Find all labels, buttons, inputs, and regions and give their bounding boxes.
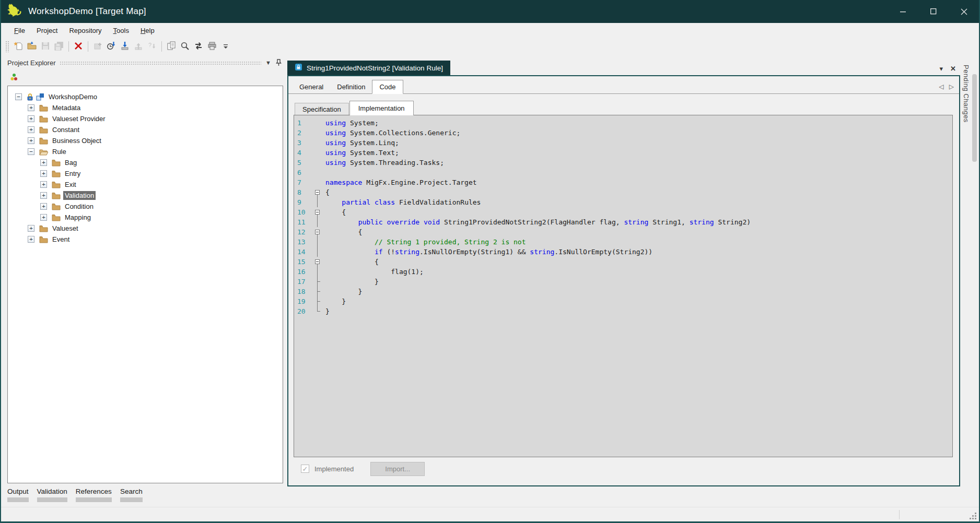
menu-item-file[interactable]: File	[8, 25, 31, 37]
fold-margin	[313, 296, 322, 306]
tab-definition[interactable]: Definition	[330, 81, 372, 93]
pending-changes-tab[interactable]: Pending Changes	[962, 65, 970, 123]
menu-item-tools[interactable]: Tools	[108, 25, 135, 37]
expand-icon[interactable]: +	[28, 104, 34, 111]
menu-item-repository[interactable]: Repository	[63, 25, 107, 37]
tree-item-business-object[interactable]: +Business Object	[8, 135, 283, 146]
code-text: {	[322, 257, 379, 267]
fold-margin	[313, 287, 322, 296]
expand-icon[interactable]: +	[28, 225, 34, 232]
close-button[interactable]	[949, 0, 979, 23]
tree-item-bag[interactable]: +Bag	[8, 157, 283, 168]
bottom-tab-validation[interactable]: Validation	[37, 488, 67, 502]
pin-icon[interactable]	[275, 59, 282, 66]
fold-collapse-icon[interactable]	[313, 187, 322, 197]
expand-icon[interactable]: +	[40, 203, 47, 210]
bottom-tab-search[interactable]: Search	[120, 488, 143, 502]
toolbar-grip[interactable]	[5, 41, 9, 52]
menu-item-project[interactable]: Project	[31, 25, 63, 37]
expand-icon[interactable]: +	[28, 137, 34, 144]
fold-margin	[313, 148, 322, 158]
compare-button[interactable]	[192, 40, 205, 53]
line-number: 12	[294, 227, 313, 237]
search-button[interactable]	[178, 40, 192, 53]
expand-icon[interactable]: +	[40, 159, 47, 166]
code-tab-page: SpecificationImplementation 1using Syste…	[288, 94, 959, 485]
report-icon	[167, 41, 176, 52]
expand-icon[interactable]: +	[28, 126, 34, 133]
tree-item-valueset-provider[interactable]: +Valueset Provider	[8, 113, 283, 124]
fold-margin	[313, 306, 322, 316]
collapse-icon[interactable]: −	[28, 148, 34, 155]
resize-grip[interactable]	[969, 512, 976, 519]
tree-item-valueset[interactable]: +Valueset	[8, 223, 283, 234]
delete-button[interactable]	[72, 40, 85, 53]
tab-code[interactable]: Code	[372, 80, 403, 94]
code-line: 8{	[294, 187, 952, 197]
publish-button[interactable]	[205, 40, 219, 53]
maximize-button[interactable]	[918, 0, 949, 23]
tree-item-condition[interactable]: +Condition	[8, 201, 283, 212]
tree-item-metadata[interactable]: +Metadata	[8, 102, 283, 113]
tree-item-rule[interactable]: −Rule	[8, 146, 283, 157]
doc-list-dropdown-icon[interactable]: ▾	[940, 65, 943, 72]
tab-scroll-right-icon[interactable]: ▷	[949, 83, 954, 90]
get-latest-button[interactable]	[118, 40, 132, 53]
panel-grip[interactable]	[60, 61, 261, 65]
code-line: 4using System.Text;	[294, 148, 952, 158]
new-item-button[interactable]	[11, 40, 25, 53]
document-tab[interactable]: String1ProvidedNotString2 [Validation Ru…	[287, 61, 450, 75]
expand-icon[interactable]: +	[40, 192, 47, 199]
vertical-scrollbar-thumb[interactable]	[972, 74, 977, 162]
report-button[interactable]	[165, 40, 178, 53]
line-number: 19	[294, 296, 313, 306]
tree-item-mapping[interactable]: +Mapping	[8, 212, 283, 223]
tree-item-entry[interactable]: +Entry	[8, 168, 283, 179]
code-text: {	[322, 187, 330, 197]
expand-icon[interactable]: +	[40, 170, 47, 177]
publish-icon	[207, 41, 217, 52]
folder-icon	[52, 159, 61, 167]
expand-icon[interactable]: +	[40, 181, 47, 188]
code-editor[interactable]: 1using System;2using System.Collections.…	[294, 115, 953, 457]
tab-scroll-left-icon[interactable]: ◁	[939, 83, 944, 90]
history-get-button[interactable]	[104, 40, 118, 53]
bottom-tab-references[interactable]: References	[76, 488, 112, 502]
subtab-specification[interactable]: Specification	[295, 103, 349, 115]
fold-margin	[313, 267, 322, 277]
fold-collapse-icon[interactable]	[313, 257, 322, 267]
tree-item-workshopdemo[interactable]: −WorkshopDemo	[8, 91, 283, 102]
collapse-icon[interactable]: −	[15, 93, 22, 100]
tree-item-event[interactable]: +Event	[8, 234, 283, 245]
search-icon	[180, 41, 190, 52]
line-number: 13	[294, 237, 313, 247]
panel-menu-icon[interactable]: ▼	[265, 60, 271, 66]
subtab-implementation[interactable]: Implementation	[349, 101, 414, 115]
fold-collapse-icon[interactable]	[313, 207, 322, 217]
tree-item-constant[interactable]: +Constant	[8, 124, 283, 135]
tab-general[interactable]: General	[293, 81, 330, 93]
save-button	[39, 40, 52, 53]
tree-item-label: Event	[51, 235, 71, 244]
bottom-tab-output[interactable]: Output	[7, 488, 29, 502]
tree-item-exit[interactable]: +Exit	[8, 179, 283, 190]
svg-text:?: ?	[148, 42, 151, 48]
fold-collapse-icon[interactable]	[313, 227, 322, 237]
folder-icon	[52, 181, 61, 188]
status-dots-icon[interactable]	[7, 70, 20, 83]
open-button[interactable]	[25, 40, 39, 53]
tree-item-validation[interactable]: +Validation	[8, 190, 283, 201]
expand-icon[interactable]: +	[40, 214, 47, 221]
expand-icon[interactable]: +	[28, 115, 34, 122]
overflow-button[interactable]	[219, 40, 232, 53]
toolbar-separator	[68, 41, 69, 52]
minimize-button[interactable]	[888, 0, 918, 23]
implemented-checkbox[interactable]: ✓	[301, 465, 309, 473]
menu-item-help[interactable]: Help	[135, 25, 160, 37]
expand-icon[interactable]: +	[28, 236, 34, 243]
tree-item-label: Exit	[63, 180, 78, 189]
titlebar: WorkshopDemo [Target Map]	[1, 0, 979, 23]
code-line: 12 {	[294, 227, 952, 237]
import-button[interactable]: Import...	[370, 462, 425, 476]
doc-close-icon[interactable]: ✕	[950, 65, 956, 72]
